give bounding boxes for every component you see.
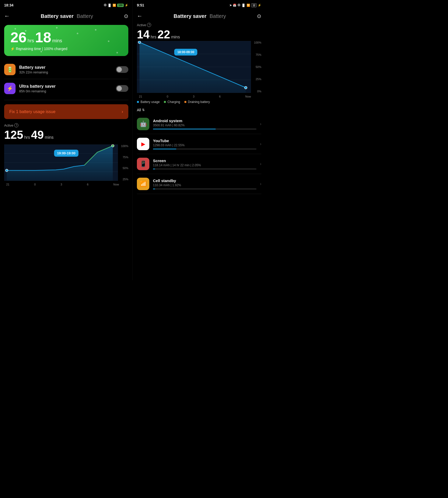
ultra-saver-info: Ultra battery saver 85h 0m remaining [19, 84, 112, 93]
ultra-saver-toggle[interactable] [116, 85, 128, 92]
right-active-hours: 14 [137, 28, 150, 41]
right-signal-icon: ▐▌ [241, 4, 246, 7]
legend-draining: Draining battery [184, 100, 210, 104]
filter-button[interactable]: All ⇅ [137, 108, 145, 112]
cell-standby-name: Cell standby [153, 178, 256, 183]
screen-chevron: › [260, 162, 261, 166]
battery-time-card: 26 hrs 18 mins ⚡ Remaining time | 100% c… [4, 25, 128, 56]
battery-saver-sub: 32h 22m remaining [19, 70, 112, 74]
app-item-android[interactable]: 🤖 Android system 3500.91 mAh | 60.82% › [137, 114, 261, 134]
ultra-saver-item[interactable]: ⚡ Ultra battery saver 85h 0m remaining [0, 79, 132, 98]
left-chart: 19:00-19:00 100% 75% 50% 25% [4, 144, 128, 186]
right-status-bar: 9:51 ➤ 📅 ⦿ ▐▌ 🛜 12 ⚡ [133, 0, 265, 9]
battery-saver-item[interactable]: 🔋 Battery saver 32h 22m remaining [0, 60, 132, 79]
legend-charging: Charging [164, 100, 180, 104]
android-system-icon: 🤖 [137, 118, 149, 130]
screen-sub: 118.14 mAh | 14 hr 22 min | 2.05% [153, 163, 256, 167]
screen-bar-fill [153, 169, 155, 169]
youtube-info: YouTube 1298.03 mAh | 22.55% [153, 139, 256, 149]
right-chart-y-labels: 100% 75% 50% 25% 0% [252, 41, 261, 93]
fix-battery-button[interactable]: Fix 1 battery usage issue › [4, 104, 128, 119]
signal-icon: ▐▌ [108, 4, 112, 7]
ultra-saver-icon: ⚡ [4, 83, 16, 94]
screen-info: Screen 118.14 mAh | 14 hr 22 min | 2.05% [153, 158, 256, 169]
saver-list: 🔋 Battery saver 32h 22m remaining ⚡ Ultr… [0, 58, 132, 100]
filter-row: All ⇅ [133, 106, 265, 114]
fix-battery-text: Fix 1 battery usage issue [9, 109, 55, 114]
left-time: 18:34 [4, 3, 13, 7]
svg-point-14 [138, 41, 141, 44]
left-nav-bar: ← Battery saver Battery ⊙ [0, 9, 132, 23]
youtube-name: YouTube [153, 139, 256, 143]
battery-status: 100 [117, 4, 124, 7]
left-title-group: Battery saver Battery [41, 13, 93, 19]
right-nav-bar: ← Battery saver Battery ⊙ [133, 9, 265, 23]
right-back-button[interactable]: ← [137, 13, 143, 19]
app-item-screen[interactable]: 📱 Screen 118.14 mAh | 14 hr 22 min | 2.0… [137, 154, 261, 174]
svg-point-15 [244, 86, 247, 89]
left-mins-label: mins [45, 135, 54, 140]
legend-label-draining: Draining battery [188, 100, 210, 104]
ultra-toggle-knob [117, 86, 122, 91]
right-title-active: Battery saver [173, 13, 206, 19]
app-item-cell[interactable]: 📶 Cell standby 110.34 mAh | 1.92% › [137, 174, 261, 194]
right-settings-button[interactable]: ⊙ [257, 13, 261, 19]
battery-status-text: ⚡ Remaining time | 100% charged [10, 47, 122, 51]
youtube-bar-fill [153, 149, 176, 149]
right-hrs-label: hrs [151, 35, 156, 39]
left-chart-x-labels: 21 0 3 6 Now [6, 183, 119, 186]
charging-icon: ⚡ [125, 4, 128, 7]
app-item-youtube[interactable]: ▶ YouTube 1298.03 mAh | 22.55% › [137, 134, 261, 154]
hrs-label: hrs [27, 38, 34, 44]
left-back-button[interactable]: ← [4, 13, 10, 19]
filter-label: All [137, 108, 141, 112]
left-title-inactive: Battery [77, 13, 93, 19]
left-chart-y-labels: 100% 75% 50% 25% [119, 144, 128, 181]
legend-dot-battery [137, 101, 139, 103]
left-hrs-label: hrs [24, 135, 30, 140]
right-status-icons: ➤ 📅 ⦿ ▐▌ 🛜 12 ⚡ [229, 3, 261, 7]
android-system-name: Android system [153, 119, 256, 123]
right-time: 9:51 [137, 3, 144, 7]
bluetooth-icon: ⦿ [104, 4, 107, 7]
right-charging-icon: ⚡ [258, 4, 261, 7]
cell-bar-fill [153, 189, 155, 189]
right-battery-level: 12 [251, 3, 257, 7]
youtube-icon: ▶ [137, 138, 149, 150]
screen-icon: 📱 [137, 158, 149, 170]
legend-label-charging: Charging [167, 100, 180, 104]
left-status-bar: 18:34 ⦿ ▐▌ 🛜 100 ⚡ [0, 0, 132, 9]
left-active-time: 125 hrs 49 mins [4, 128, 128, 141]
active-info-icon[interactable]: ? [14, 123, 18, 127]
right-active-info-icon[interactable]: ? [147, 23, 151, 27]
right-bluetooth-icon: ⦿ [237, 4, 240, 7]
right-nav-icon: ➤ [229, 4, 232, 7]
right-wifi-icon: 🛜 [247, 4, 250, 7]
legend-dot-charging [164, 101, 166, 103]
right-title-group: Battery saver Battery [173, 13, 226, 19]
battery-saver-name: Battery saver [19, 65, 112, 70]
remaining-hours: 26 [10, 30, 26, 45]
screen-bar-track [153, 169, 256, 169]
android-bar-fill [153, 129, 216, 129]
left-active-section: Active ? 125 hrs 49 mins [0, 123, 132, 141]
cell-standby-sub: 110.34 mAh | 1.92% [153, 183, 256, 187]
main-divider [4, 100, 128, 100]
right-active-section: Active ? 14 hrs 22 mins [133, 23, 265, 41]
fix-battery-arrow: › [122, 109, 123, 114]
mins-label: mins [52, 38, 62, 44]
battery-saver-toggle[interactable] [116, 66, 128, 73]
left-status-icons: ⦿ ▐▌ 🛜 100 ⚡ [104, 4, 128, 7]
android-system-sub: 3500.91 mAh | 60.82% [153, 123, 256, 127]
left-panel: 18:34 ⦿ ▐▌ 🛜 100 ⚡ ← Battery saver Batte… [0, 0, 133, 280]
right-cal-icon: 📅 [233, 4, 236, 7]
wifi-icon: 🛜 [113, 4, 116, 7]
right-chart-x-labels: 21 0 3 6 Now [139, 95, 251, 98]
left-settings-button[interactable]: ⊙ [124, 13, 128, 19]
left-active-mins: 49 [31, 128, 44, 141]
ultra-saver-name: Ultra battery saver [19, 84, 112, 89]
youtube-sub: 1298.03 mAh | 22.55% [153, 143, 256, 147]
right-title-inactive: Battery [209, 13, 226, 19]
legend-label-battery: Battery usage [141, 100, 160, 104]
youtube-chevron: › [260, 142, 261, 146]
